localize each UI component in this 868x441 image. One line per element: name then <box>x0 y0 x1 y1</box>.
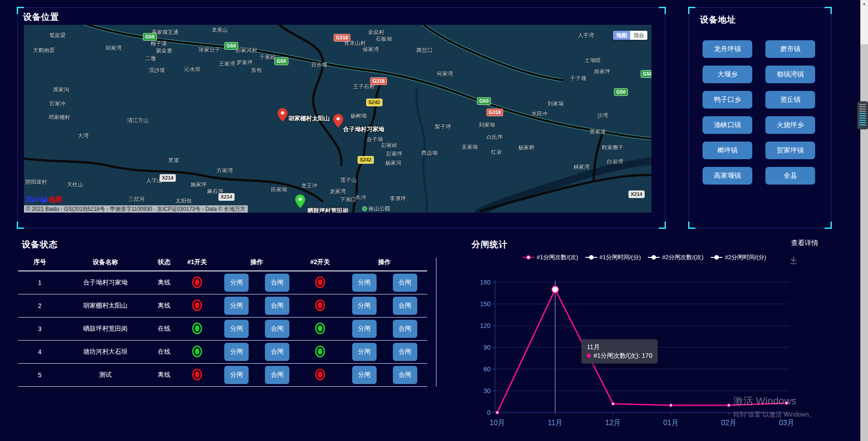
map-place-label: 贯坡 <box>168 156 179 164</box>
map-place-label: 二墩 <box>145 55 156 62</box>
address-button[interactable]: 龙舟坪镇 <box>703 40 752 58</box>
map-type-button-hybrid[interactable]: 混合 <box>630 31 647 40</box>
map-place-label: 侯家湾 <box>363 46 379 53</box>
road-badge-G50: G50 <box>224 42 238 50</box>
map-type-control: 地图 混合 <box>613 31 647 40</box>
cell-device-name: 塘坊河村大石坝 <box>61 348 149 356</box>
cell-status: 离线 <box>149 371 179 379</box>
park-label: 南山公园 <box>362 205 390 213</box>
map-place-label: 吴家坳 <box>462 143 478 151</box>
download-icon[interactable] <box>788 255 798 267</box>
switch2-indicator-off <box>315 369 325 380</box>
corner-decoration <box>688 222 695 229</box>
map-place-label: 千家岭 <box>259 53 276 61</box>
legend-item[interactable]: #2分闸次数/(次) <box>648 253 703 261</box>
table-row: 3晒鼓坪村荒田岗在线分闸合闸分闸合闸 <box>18 318 427 341</box>
close-switch-button[interactable]: 合闸 <box>265 343 289 361</box>
map-place-label: 天鹅抱蛋 <box>33 47 55 54</box>
map-pin-offline[interactable] <box>333 114 343 128</box>
address-button[interactable]: 贺家坪镇 <box>765 142 815 159</box>
map-place-label: 西边坳 <box>421 149 438 157</box>
close-switch-button[interactable]: 合闸 <box>265 366 289 384</box>
address-button[interactable]: 资丘镇 <box>765 91 815 109</box>
close-switch-button[interactable]: 合闸 <box>393 366 417 384</box>
close-switch-button[interactable]: 合闸 <box>393 320 417 338</box>
map-place-label: 太阳包 <box>175 197 192 205</box>
map-place-label: 彭家岭 <box>381 142 397 149</box>
map-place-label: 邓家棚村 <box>48 114 70 121</box>
view-details-link[interactable]: 查看详情 <box>791 239 818 247</box>
legend-item[interactable]: #2分闸时间/(分) <box>711 253 766 261</box>
map-place-label: 东包 <box>251 66 262 74</box>
baidu-map-canvas[interactable]: 笔架梁天鹅抱蛋胡家湾高家堰互通梅子溪紫金寨二墩流沙坡沁水坝张家台子龙尾山彭家河村… <box>24 25 651 213</box>
open-switch-button[interactable]: 分闸 <box>224 297 249 315</box>
cell-no: 4 <box>18 348 61 356</box>
address-button[interactable]: 火烧坪乡 <box>765 116 815 134</box>
open-switch-button[interactable]: 分闸 <box>224 320 249 338</box>
address-button[interactable]: 高家堰镇 <box>703 167 752 185</box>
close-switch-button[interactable]: 合闸 <box>265 297 289 315</box>
cell-status: 离线 <box>149 302 179 310</box>
road-badge-G318: G318 <box>370 77 387 85</box>
legend-item[interactable]: #1分闸次数/(次) <box>523 253 578 261</box>
map-type-button-map[interactable]: 地图 <box>613 31 630 40</box>
switch2-indicator-on <box>315 322 325 334</box>
address-button[interactable]: 鸭子口乡 <box>703 91 752 109</box>
map-place-label: 水田冲 <box>531 110 547 118</box>
svg-text:02月: 02月 <box>721 419 736 427</box>
cell-device-name: 合子坳村习家坳 <box>61 279 149 287</box>
open-switch-button[interactable]: 分闸 <box>352 343 377 361</box>
cell-status: 在线 <box>149 348 179 356</box>
map-place-label: 路家坪 <box>594 68 610 76</box>
legend-item[interactable]: #1分闸时间/(分) <box>585 253 641 261</box>
map-pin-label: 合子坳村习家坳 <box>343 125 384 133</box>
address-button[interactable]: 全县 <box>765 167 815 185</box>
map-place-label: 刘家垴 <box>547 100 564 108</box>
map-place-label: 渡家沟 <box>53 86 69 94</box>
chart-legend: #1分闸次数/(次)#1分闸时间/(分)#2分闸次数/(次)#2分闸时间/(分) <box>523 253 766 261</box>
svg-text:11月: 11月 <box>548 419 563 427</box>
close-switch-button[interactable]: 合闸 <box>393 297 417 315</box>
switch1-indicator-on <box>192 322 202 334</box>
map-place-label: 白岩塝 <box>607 158 623 166</box>
open-switch-button[interactable]: 分闸 <box>224 343 249 361</box>
open-switch-button[interactable]: 分闸 <box>352 320 377 338</box>
map-place-label: 下渔口 <box>340 196 356 204</box>
page-scrollbar[interactable]: ▲ <box>860 0 868 441</box>
baidu-paw-icon <box>39 195 48 204</box>
open-switch-button[interactable]: 分闸 <box>224 274 249 292</box>
close-switch-button[interactable]: 合闸 <box>393 274 417 292</box>
address-button[interactable]: 榔坪镇 <box>703 142 752 159</box>
road-badge-G318: G318 <box>334 34 350 42</box>
scrollbar-up-arrow[interactable]: ▲ <box>860 0 868 8</box>
cell-no: 1 <box>18 279 61 286</box>
map-place-label: 李潭坪 <box>390 195 406 203</box>
corner-decoration <box>825 7 832 14</box>
close-switch-button[interactable]: 合闸 <box>393 343 417 361</box>
open-switch-button[interactable]: 分闸 <box>352 366 377 384</box>
table-row: 4塘坊河村大石坝在线分闸合闸分闸合闸 <box>18 341 427 364</box>
cell-no: 5 <box>18 371 61 379</box>
open-switch-button[interactable]: 分闸 <box>352 274 377 292</box>
chart-tooltip: 11月 #1分闸次数/(次): 170 <box>581 339 658 364</box>
map-place-label: 龙王冲 <box>301 182 317 190</box>
svg-text:30: 30 <box>483 387 491 394</box>
open-switch-button[interactable]: 分闸 <box>224 366 249 384</box>
close-switch-button[interactable]: 合闸 <box>265 320 289 338</box>
table-scrollbar[interactable] <box>436 258 437 387</box>
address-button[interactable]: 磨市镇 <box>765 40 815 58</box>
table-header-cell: 操作 <box>215 258 298 266</box>
road-badge-G50: G50 <box>477 97 491 105</box>
device-status-table: 序号设备名称状态#1开关操作#2开关操作1合子坳村习家坳离线分闸合闸分闸合闸2胡… <box>18 254 427 387</box>
address-button[interactable]: 都镇湾镇 <box>765 66 815 83</box>
address-button[interactable]: 大堰乡 <box>703 66 752 83</box>
close-switch-button[interactable]: 合闸 <box>265 274 289 292</box>
address-button[interactable]: 渔峡口镇 <box>703 116 752 134</box>
map-pin-online[interactable] <box>295 194 305 208</box>
map-place-label: 土地咀 <box>585 57 601 64</box>
map-pin-offline[interactable] <box>278 108 288 122</box>
map-place-label: 罗家坪 <box>236 59 253 66</box>
map-place-label: 长冲 <box>355 194 366 201</box>
cell-device-name: 晒鼓坪村荒田岗 <box>61 325 149 333</box>
open-switch-button[interactable]: 分闸 <box>352 297 377 315</box>
